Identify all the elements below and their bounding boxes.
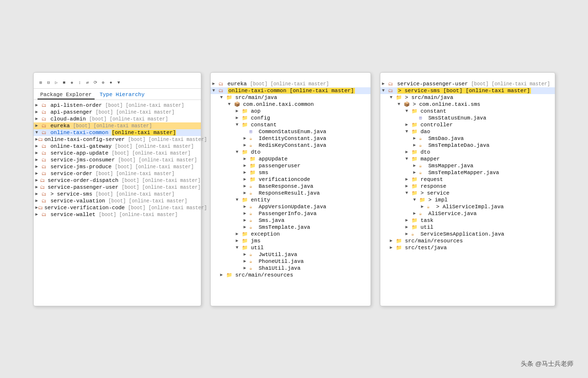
list-item[interactable]: ▶ ☕ AliService.java (380, 210, 555, 217)
list-item[interactable]: ▶ 📁 src/main/resources (211, 272, 371, 279)
list-item[interactable]: ▼ 📁 src/main/java (211, 94, 371, 101)
list-item[interactable]: ▶ 🗂 service-wallet [boot] [online-taxi m… (34, 211, 201, 218)
folder-icon: 📁 (242, 115, 250, 121)
list-item[interactable]: ▶ ☕ SmsDao.java (380, 135, 555, 142)
toolbar-btn-1[interactable]: ⊞ (38, 80, 44, 86)
project-icon: 🗂 (38, 205, 43, 211)
list-item[interactable]: ▶ ☕ Sms.java (211, 217, 371, 224)
list-item[interactable]: ▶ ☕ RedisKeyConstant.java (211, 142, 371, 149)
toolbar-btn-11[interactable]: ▼ (116, 80, 122, 86)
list-item[interactable]: ▶ ☕ SmsMapper.java (380, 162, 555, 169)
folder-icon: 📁 (396, 95, 404, 100)
toolbar-btn-4[interactable]: ■ (61, 80, 68, 86)
list-item[interactable]: ▼ 📁 > impl (380, 197, 555, 203)
list-item[interactable]: ▶ 🗂 api-passenger [boot] [online-taxi ma… (34, 109, 201, 116)
list-item[interactable]: ▶ ☕ JwtUtil.java (211, 251, 371, 258)
list-item[interactable]: ▼ 📁 > service (380, 190, 555, 197)
list-item[interactable]: ▶ 📁 exception (211, 231, 371, 238)
toolbar-btn-6[interactable]: ↕ (77, 80, 83, 86)
list-item[interactable]: ⊞ CommonStatusEnum.java (211, 128, 371, 135)
arrow-icon: ▶ (406, 122, 412, 127)
list-item[interactable]: ▶ ☕ SmsTemplate.java (211, 224, 371, 231)
list-item[interactable]: ▶ ☕ ServiceSmsApplication.java (380, 231, 555, 238)
list-item[interactable]: ▶ 📁 request (380, 176, 555, 183)
list-item[interactable]: ▶ 📁 controller (380, 121, 555, 128)
list-item[interactable]: ▼ 📁 dao (380, 128, 555, 135)
list-item[interactable]: ▶ ☕ SmsTemplateDao.java (380, 142, 555, 149)
list-item[interactable]: ▶ 📁 jms (211, 238, 371, 244)
list-item[interactable]: ▶ 🗂 api-listen-order [boot] [online-taxi… (34, 102, 201, 109)
list-item[interactable]: ▶ 🗂 > service-sms [boot] [online-taxi ma… (34, 191, 201, 198)
list-item[interactable]: ▶ 🗂 service-order [boot] [online-taxi ma… (34, 170, 201, 177)
project-icon: 🗂 (41, 109, 49, 115)
list-item[interactable]: ▶ ☕ > AliServiceImpl.java (380, 203, 555, 210)
list-item[interactable]: ▶ 📁 passengeruser (211, 162, 371, 169)
item-label: SmsTemplateMapper.java (429, 170, 499, 176)
list-item[interactable]: ▶ ☕ AppVersionUpdate.java (211, 203, 371, 210)
arrow-icon: ▶ (244, 177, 250, 182)
list-item[interactable]: ▼ 📁 dto (211, 149, 371, 156)
toolbar-btn-7[interactable]: ⇄ (84, 80, 91, 86)
list-item[interactable]: ▶ ☕ IdentityConstant.java (211, 135, 371, 142)
list-item[interactable]: ▶ ☕ PassengerInfo.java (211, 210, 371, 217)
list-item[interactable]: ▼ 🗂 online-taxi-common [online-taxi mast… (211, 87, 371, 94)
list-item[interactable]: ▶ ☕ ResponseResult.java (211, 190, 371, 197)
list-item[interactable]: ▶ 🗂 service-jms-consumer [boot] [online-… (34, 157, 201, 163)
list-item[interactable]: ▼ 📁 entity (211, 197, 371, 203)
list-item[interactable]: ▶ ☕ SmsTemplateMapper.java (380, 169, 555, 176)
list-item[interactable]: ▶ 🗂 online-taxi-config-server [boot] [on… (34, 136, 201, 143)
list-item[interactable]: ⊞ SmsStatusEnum.java (380, 115, 555, 121)
list-item[interactable]: ▶ 🗂 cloud-admin [boot] [online-taxi mast… (34, 116, 201, 122)
list-item[interactable]: ▶ 📁 config (211, 115, 371, 121)
arrow-icon: ▶ (236, 115, 242, 120)
list-item[interactable]: ▶ ☕ Sha1Util.java (211, 265, 371, 272)
toolbar-btn-2[interactable]: ⊟ (45, 80, 52, 86)
list-item[interactable]: ▶ 🗂 service-order-dispatch [boot] [onlin… (34, 177, 201, 184)
list-item[interactable]: ▼ 🗂 > service-sms [boot] [online-taxi ma… (380, 87, 555, 94)
tab-package-explorer[interactable]: Package Explorer (38, 91, 95, 99)
project-icon: 🗂 (41, 171, 49, 177)
list-item[interactable]: ▶ 🗂 service-app-update [boot] [online-ta… (34, 150, 201, 157)
list-item[interactable]: ▶ 📁 util (380, 224, 555, 231)
list-item[interactable]: ▶ ☕ BaseResponse.java (211, 183, 371, 190)
list-item[interactable]: ▶ 📁 verificationcode (211, 176, 371, 183)
list-item[interactable]: ▶ 📁 dto (380, 149, 555, 156)
list-item[interactable]: ▶ 🗂 service-passenger-user [boot] [onlin… (380, 80, 555, 87)
list-item[interactable]: ▶ 🗂 eureka [boot] [online-taxi master] (34, 122, 201, 129)
list-item[interactable]: ▶ 📁 src/test/java (380, 244, 555, 251)
toolbar-btn-10[interactable]: ● (108, 80, 115, 86)
list-item[interactable]: ▶ 📁 aop (211, 108, 371, 115)
list-item[interactable]: ▼ 📦 > com.online.taxi.sms (380, 101, 555, 108)
java-icon: ☕ (419, 136, 427, 141)
list-item[interactable]: ▶ 🗂 service-jms-produce [boot] [online-t… (34, 163, 201, 170)
list-item[interactable]: ▶ 📁 sms (211, 169, 371, 176)
list-item[interactable]: ▼ 📁 constant (380, 108, 555, 115)
list-item[interactable]: ▶ 🗂 online-taxi-gateway [boot] [online-t… (34, 143, 201, 150)
list-item[interactable]: ▶ 🗂 service-valuation [boot] [online-tax… (34, 198, 201, 204)
item-label: entity (251, 197, 271, 203)
list-item[interactable]: ▶ 📁 task (380, 217, 555, 224)
arrow-icon: ▶ (36, 198, 41, 203)
list-item[interactable]: ▼ 📦 com.online.taxi.common (211, 101, 371, 108)
list-item[interactable]: ▼ 📁 > src/main/java (380, 94, 555, 101)
list-item[interactable]: ▶ ☕ PhoneUtil.java (211, 258, 371, 265)
list-item[interactable]: ▼ 📁 mapper (380, 156, 555, 162)
project-icon: 🗂 (41, 157, 49, 163)
list-item[interactable]: ▶ 📁 response (380, 183, 555, 190)
list-item[interactable]: ▶ 📁 src/main/resources (380, 238, 555, 244)
list-item[interactable]: ▶ 🗂 service-passenger-user [boot] [onlin… (34, 184, 201, 191)
toolbar-btn-9[interactable]: ⊕ (100, 80, 107, 86)
list-item[interactable]: ▶ 🗂 eureka [boot] [online-taxi master] (211, 80, 371, 87)
list-item[interactable]: ▼ 🗂 online-taxi-common [online-taxi mast… (34, 129, 201, 136)
folder-icon: 📁 (242, 245, 250, 251)
list-item[interactable]: ▶ 📁 appUpdate (211, 156, 371, 162)
list-item[interactable]: ▼ 📁 constant (211, 121, 371, 128)
list-item[interactable]: ▶ 🗂 service-verification-code [boot] [on… (34, 204, 201, 211)
item-label: service-passenger-user [boot] [online-ta… (48, 184, 201, 190)
list-item[interactable]: ▼ 📁 util (211, 244, 371, 251)
arrow-icon: ▼ (236, 245, 242, 250)
toolbar-btn-8[interactable]: ⟳ (92, 80, 99, 86)
tab-type-hierarchy[interactable]: Type Hierarchy (97, 91, 147, 99)
toolbar-btn-5[interactable]: ◈ (69, 80, 76, 86)
toolbar-btn-3[interactable]: ▷ (53, 80, 60, 86)
